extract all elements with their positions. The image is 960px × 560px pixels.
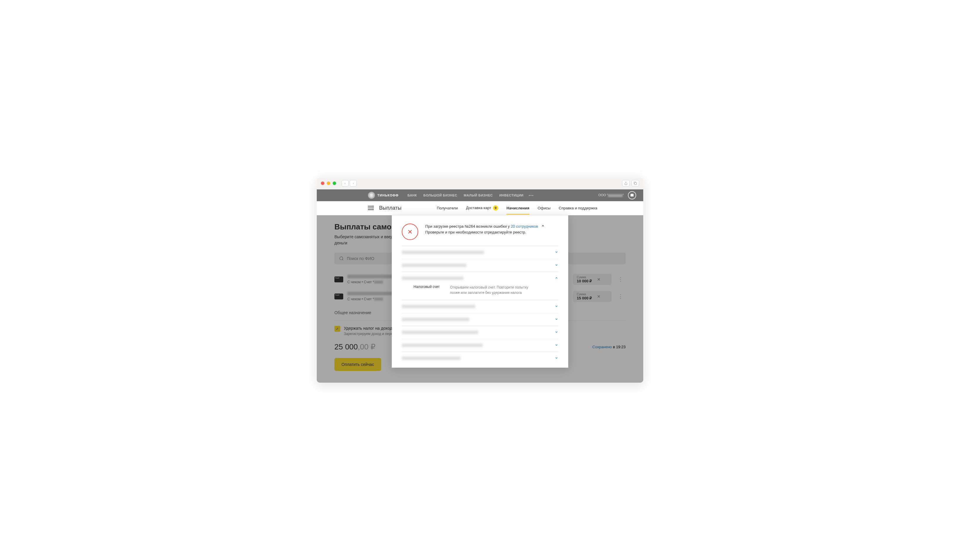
brand[interactable]: ⛨ ТИНЬКОФФ	[368, 192, 398, 199]
subnav-links: Получатели Доставка карт9 Начисления Офи…	[437, 201, 597, 215]
back-button[interactable]: ‹	[341, 180, 349, 186]
tab-accruals[interactable]: Начисления	[506, 202, 530, 214]
error-row[interactable]	[402, 246, 558, 259]
titlebar: ‹ ›	[317, 178, 643, 189]
collapse-icon[interactable]	[541, 224, 545, 228]
browser-window: ‹ › ⛨ ТИНЬКОФФ БАНК БОЛЬШОЙ БИЗНЕС МАЛЫЙ…	[317, 178, 643, 382]
modal-message: При загрузке реестра №264 возникли ошибк…	[425, 224, 558, 236]
top-nav-investments[interactable]: ИНВЕСТИЦИИ	[499, 194, 523, 197]
chevron-down-icon[interactable]	[555, 250, 558, 255]
subnav: Выплаты Получатели Доставка карт9 Начисл…	[317, 201, 643, 215]
tab-recipients[interactable]: Получатели	[437, 202, 458, 214]
error-row[interactable]	[402, 313, 558, 326]
menu-button[interactable]	[368, 206, 374, 210]
tab-support[interactable]: Справка и поддержка	[559, 202, 597, 214]
employee-name	[402, 318, 469, 321]
top-nav-more[interactable]: •••	[529, 194, 534, 197]
close-window-icon[interactable]	[321, 181, 325, 185]
error-icon	[402, 224, 418, 240]
error-row[interactable]	[402, 326, 558, 339]
chevron-down-icon[interactable]	[555, 317, 558, 322]
error-modal: При загрузке реестра №264 возникли ошибк…	[392, 215, 568, 368]
top-nav-bank[interactable]: БАНК	[407, 194, 417, 197]
top-nav-big-business[interactable]: БОЛЬШОЙ БИЗНЕС	[423, 194, 457, 197]
employee-name	[402, 357, 461, 360]
error-row[interactable]	[402, 352, 558, 365]
tab-offices[interactable]: Офисы	[538, 202, 550, 214]
modal-list: Налоговый счетОткрываем налоговый счет. …	[392, 246, 568, 365]
top-nav-small-business[interactable]: МАЛЫЙ БИЗНЕС	[464, 194, 493, 197]
company-name[interactable]: ООО ""	[598, 193, 624, 197]
employee-name	[402, 277, 464, 280]
error-row[interactable]	[402, 300, 558, 313]
chevron-down-icon[interactable]	[555, 356, 558, 361]
maximize-window-icon[interactable]	[333, 181, 336, 185]
chevron-up-icon[interactable]	[555, 276, 558, 281]
employee-name	[402, 264, 466, 267]
error-row[interactable]	[402, 339, 558, 352]
minimize-window-icon[interactable]	[327, 181, 330, 185]
error-row[interactable]	[402, 272, 558, 285]
brand-name: ТИНЬКОФФ	[378, 194, 398, 197]
badge-count: 9	[493, 205, 498, 211]
error-detail: Налоговый счетОткрываем налоговый счет. …	[402, 285, 558, 300]
topbar: ⛨ ТИНЬКОФФ БАНК БОЛЬШОЙ БИЗНЕС МАЛЫЙ БИЗ…	[317, 189, 643, 201]
traffic-lights	[321, 181, 336, 185]
top-nav: БАНК БОЛЬШОЙ БИЗНЕС МАЛЫЙ БИЗНЕС ИНВЕСТИ…	[407, 194, 523, 197]
detail-label: Налоговый счет	[414, 285, 443, 295]
subnav-title: Выплаты	[379, 205, 402, 211]
employees-link[interactable]: 20 сотрудников	[511, 224, 538, 229]
tab-card-delivery[interactable]: Доставка карт9	[466, 201, 499, 215]
chevron-down-icon[interactable]	[555, 330, 558, 335]
forward-button[interactable]: ›	[350, 180, 357, 186]
briefcase-icon[interactable]	[628, 191, 636, 199]
chevron-down-icon[interactable]	[555, 343, 558, 348]
error-row[interactable]	[402, 259, 558, 272]
chevron-down-icon[interactable]	[555, 263, 558, 268]
chevron-down-icon[interactable]	[555, 304, 558, 309]
nav-arrows: ‹ ›	[341, 180, 357, 186]
employee-name	[402, 305, 475, 308]
brand-logo-icon: ⛨	[368, 192, 375, 199]
share-button[interactable]	[622, 180, 630, 186]
svg-rect-1	[635, 182, 637, 185]
tabs-button[interactable]	[632, 180, 639, 186]
detail-text: Открываем налоговый счет. Повторите попы…	[450, 285, 538, 295]
employee-name	[402, 331, 478, 334]
employee-name	[402, 344, 483, 347]
employee-name	[402, 251, 484, 254]
